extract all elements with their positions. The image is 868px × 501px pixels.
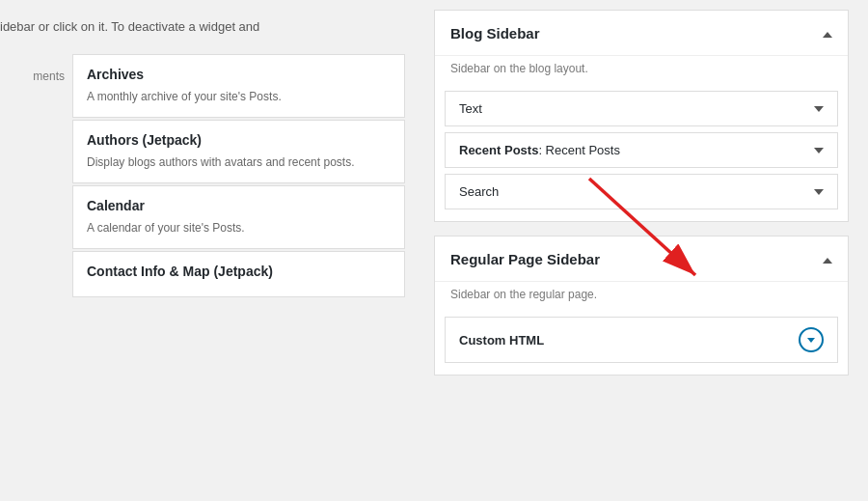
widget-title: Calendar: [87, 198, 391, 213]
chevron-down-icon: [814, 148, 824, 153]
regular-sidebar-title: Regular Page Sidebar: [450, 251, 600, 267]
blog-sidebar-desc: Sidebar on the blog layout.: [435, 56, 848, 85]
widget-left-col: [0, 120, 72, 183]
widget-list: ments Archives A monthly archive of your…: [0, 54, 424, 299]
widget-title: Authors (Jetpack): [87, 132, 391, 148]
recent-posts-widget-row[interactable]: Recent Posts: Recent Posts: [445, 132, 838, 168]
search-widget-row[interactable]: Search: [445, 174, 838, 209]
search-widget-label: Search: [459, 184, 499, 199]
blog-sidebar-title: Blog Sidebar: [450, 25, 540, 42]
widget-left-col: ments: [0, 54, 72, 118]
intro-content: idebar or click on it. To deactivate a w…: [0, 19, 259, 34]
widget-card[interactable]: Archives A monthly archive of your site'…: [72, 54, 405, 118]
regular-sidebar-desc: Sidebar on the regular page.: [435, 282, 848, 311]
widget-left-col: [0, 185, 72, 249]
intro-text: idebar or click on it. To deactivate a w…: [0, 0, 424, 54]
chevron-up-icon[interactable]: [823, 24, 832, 42]
right-panel: Blog Sidebar Sidebar on the blog layout.…: [424, 0, 868, 501]
blog-sidebar-section: Blog Sidebar Sidebar on the blog layout.…: [434, 10, 849, 222]
widget-side-label: ments: [33, 70, 65, 83]
left-panel: idebar or click on it. To deactivate a w…: [0, 0, 424, 501]
list-item: ments Archives A monthly archive of your…: [0, 54, 424, 118]
list-item: Calendar A calendar of your site's Posts…: [0, 185, 424, 249]
chevron-up-icon[interactable]: [823, 250, 832, 267]
regular-sidebar-header: Regular Page Sidebar: [435, 237, 848, 282]
custom-html-widget-row[interactable]: Custom HTML: [445, 317, 838, 363]
widget-card[interactable]: Contact Info & Map (Jetpack): [72, 251, 405, 297]
chevron-down-icon: [807, 338, 815, 343]
widget-desc: A calendar of your site's Posts.: [87, 219, 391, 237]
circle-chevron-button[interactable]: [799, 327, 824, 352]
text-widget-row[interactable]: Text: [445, 91, 838, 126]
custom-html-widget-label: Custom HTML: [459, 333, 544, 348]
blog-sidebar-header: Blog Sidebar: [435, 11, 848, 56]
regular-sidebar-widgets: Custom HTML: [435, 317, 848, 375]
list-item: Contact Info & Map (Jetpack): [0, 251, 424, 297]
widget-card[interactable]: Authors (Jetpack) Display blogs authors …: [72, 120, 405, 183]
widget-desc: A monthly archive of your site's Posts.: [87, 88, 391, 105]
recent-posts-widget-label: Recent Posts: Recent Posts: [459, 143, 620, 157]
widget-desc: Display blogs authors with avatars and r…: [87, 153, 391, 171]
chevron-down-icon: [814, 106, 824, 112]
widget-card[interactable]: Calendar A calendar of your site's Posts…: [72, 185, 405, 249]
text-widget-label: Text: [459, 101, 482, 116]
widget-title: Archives: [87, 67, 391, 82]
list-item: Authors (Jetpack) Display blogs authors …: [0, 120, 424, 183]
widget-title: Contact Info & Map (Jetpack): [87, 264, 391, 279]
widget-left-col: [0, 251, 72, 297]
chevron-down-icon: [814, 189, 824, 195]
regular-sidebar-section: Regular Page Sidebar Sidebar on the regu…: [434, 236, 849, 376]
blog-sidebar-widgets: Text Recent Posts: Recent Posts Search: [435, 91, 848, 221]
